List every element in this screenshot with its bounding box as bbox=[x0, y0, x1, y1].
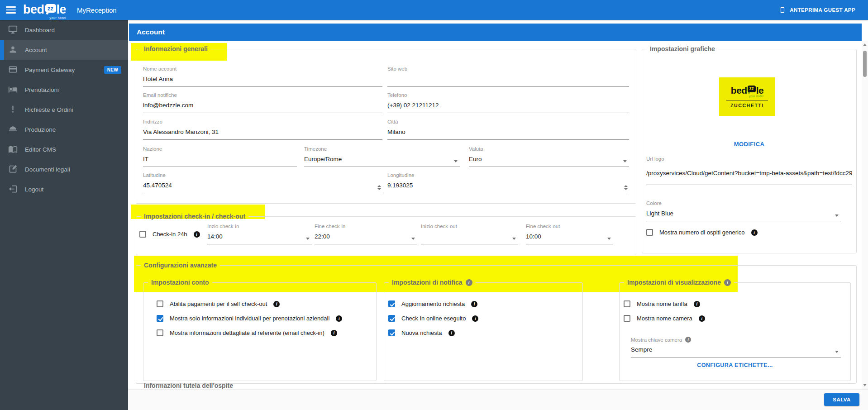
footer-bar bbox=[128, 389, 868, 410]
salva-button[interactable]: SALVA bbox=[824, 393, 859, 406]
logo-company: ZUCCHETTI bbox=[730, 103, 764, 108]
anteprima-guest-app-button[interactable]: ANTEPRIMA GUEST APP bbox=[779, 6, 855, 14]
url-logo-field[interactable]: Url logo /proxyservices/Cloud/getContent… bbox=[646, 156, 852, 185]
hotel-logo-preview: bed zz le your hotel ZUCCHETTI bbox=[719, 77, 775, 116]
telefono-field[interactable]: Telefono (+39) 02 21211212 bbox=[387, 92, 629, 113]
sidebar-item-prenotazioni[interactable]: Prenotazioni bbox=[0, 80, 128, 100]
chevron-down-icon bbox=[835, 215, 839, 217]
bedzzle-logo: bed zz le your hotel bbox=[23, 4, 66, 16]
mostra-nome-tariffa-checkbox[interactable]: Mostra nome tariffa i bbox=[624, 300, 700, 307]
exclamation-icon bbox=[8, 105, 18, 114]
logout-icon bbox=[8, 184, 18, 194]
timezone-select[interactable]: Timezone Europe/Rome bbox=[304, 146, 460, 167]
scroll-down-icon[interactable] bbox=[863, 384, 867, 386]
info-dettagliate-checkbox[interactable]: Mostra informazioni dettagliate al refer… bbox=[157, 329, 337, 336]
chevron-down-icon bbox=[512, 238, 516, 240]
brand-zz-bubble-icon: zz bbox=[748, 86, 756, 92]
fine-checkin-select[interactable]: Fine check-in 22:00 bbox=[315, 224, 417, 244]
chevron-down-icon bbox=[411, 238, 415, 240]
app-title: MyReception bbox=[77, 6, 117, 14]
nuova-richiesta-checkbox[interactable]: Nuova richiesta i bbox=[388, 329, 455, 336]
nazione-field[interactable]: Nazione IT bbox=[143, 146, 297, 167]
sidebar-item-account[interactable]: Account bbox=[0, 40, 128, 60]
section-impostazioni-grafiche: Impostazioni grafiche bbox=[642, 45, 857, 253]
credit-card-icon bbox=[8, 65, 18, 75]
scroll-up-icon[interactable] bbox=[863, 43, 867, 46]
sidebar-item-richieste-e-ordini[interactable]: Richieste e Ordini bbox=[0, 100, 128, 119]
section-legend: Impostazioni grafiche bbox=[647, 45, 718, 52]
inizio-checkout-select[interactable]: Inizio check-out bbox=[421, 224, 518, 244]
app-window: bed zz le your hotel MyReception ANTEPRI… bbox=[0, 0, 868, 410]
aggiornamento-richiesta-checkbox[interactable]: Aggiornamento richiesta i bbox=[388, 300, 477, 307]
sidebar-item-logout[interactable]: Logout bbox=[0, 179, 128, 199]
smartphone-icon bbox=[779, 6, 786, 14]
sito-web-field[interactable]: Sito web bbox=[387, 66, 629, 87]
info-icon[interactable]: i bbox=[724, 279, 731, 286]
email-notifiche-field[interactable]: Email notifiche info@bedzzle.com bbox=[143, 92, 382, 113]
page-title: Account bbox=[129, 24, 862, 41]
info-icon[interactable]: i bbox=[699, 315, 705, 322]
fine-checkout-select[interactable]: Fine check-out 10:00 bbox=[526, 224, 613, 244]
menu-icon[interactable] bbox=[6, 6, 16, 14]
latitudine-field[interactable]: Latitudine 45.470524 bbox=[143, 172, 382, 193]
checkin-24h-checkbox[interactable]: Check-in 24h i bbox=[139, 231, 200, 238]
indirizzo-field[interactable]: Indirizzo Via Alessandro Manzoni, 31 bbox=[143, 119, 382, 140]
mostra-chiave-camera-select[interactable]: Mostra chiave camera i Sempre bbox=[631, 337, 841, 358]
chevron-down-icon bbox=[835, 351, 839, 353]
ospiti-generico-checkbox[interactable]: Mostra numero di ospiti generico i bbox=[646, 229, 758, 236]
monitor-icon bbox=[8, 25, 18, 35]
section-legend: Informazioni generali bbox=[141, 45, 211, 52]
colore-select[interactable]: Colore Light Blue bbox=[646, 200, 841, 221]
sidebar-item-payment-gateway[interactable]: Payment Gateway NEW bbox=[0, 60, 128, 80]
vertical-scrollbar[interactable] bbox=[862, 41, 868, 389]
sidebar-item-dashboard[interactable]: Dashboard bbox=[0, 20, 128, 40]
chevron-down-icon bbox=[607, 238, 611, 240]
nome-account-field[interactable]: Nome account Hotel Anna bbox=[143, 66, 382, 87]
self-checkout-checkbox[interactable]: Abilita pagamenti per il self check-out … bbox=[157, 300, 280, 307]
inizio-checkin-select[interactable]: Inzio check-in 14:00 bbox=[207, 224, 312, 244]
person-icon bbox=[8, 45, 18, 55]
subsection-legend: Impostazioni conto bbox=[148, 279, 212, 286]
info-icon[interactable]: i bbox=[194, 231, 200, 238]
bedzzle-zucchetti-logo: bed zz le your hotel bbox=[731, 86, 763, 95]
subsection-legend: Impostazioni di notifica i bbox=[389, 279, 476, 286]
configura-etichette-link[interactable]: CONFIGURA ETICHETTE... bbox=[619, 362, 851, 368]
longitudine-field[interactable]: Longitudine 9.193025 bbox=[387, 172, 629, 193]
chevron-down-icon bbox=[306, 238, 310, 240]
logo-divider bbox=[726, 100, 768, 100]
new-badge: NEW bbox=[104, 66, 121, 74]
info-icon[interactable]: i bbox=[466, 279, 472, 286]
info-icon[interactable]: i bbox=[685, 337, 691, 343]
sidebar-item-editor-cms[interactable]: Editor CMS bbox=[0, 139, 128, 159]
checkin-online-checkbox[interactable]: Check In online eseguito i bbox=[388, 315, 478, 322]
chevron-down-icon bbox=[623, 160, 627, 162]
info-icon[interactable]: i bbox=[273, 301, 280, 307]
info-icon[interactable]: i bbox=[331, 330, 337, 336]
brand-zz-bubble-icon: zz bbox=[45, 4, 56, 13]
scrollbar-thumb[interactable] bbox=[863, 51, 867, 77]
info-icon[interactable]: i bbox=[472, 315, 478, 322]
bed-icon bbox=[8, 85, 18, 95]
info-icon[interactable]: i bbox=[471, 301, 477, 307]
sidebar-item-produzione[interactable]: Produzione bbox=[0, 119, 128, 139]
section-legend: Impostazioni check-in / check-out bbox=[141, 213, 248, 220]
valuta-select[interactable]: Valuta Euro bbox=[469, 146, 629, 167]
sidebar: Dashboard Account Payment Gateway NEW Pr… bbox=[0, 20, 128, 410]
section-legend: Informazioni tutela dell'ospite bbox=[141, 382, 236, 389]
section-legend: Configurazioni avanzate bbox=[141, 262, 220, 269]
citta-field[interactable]: Città Milano bbox=[387, 119, 629, 140]
info-icon[interactable]: i bbox=[694, 301, 700, 307]
book-icon bbox=[8, 144, 18, 154]
brand-tagline: your hotel bbox=[49, 16, 66, 19]
mostra-nome-camera-checkbox[interactable]: Mostra nome camera i bbox=[624, 315, 705, 322]
info-individuali-checkbox[interactable]: Mostra solo informazioni individuali per… bbox=[157, 315, 342, 322]
info-icon[interactable]: i bbox=[448, 330, 455, 336]
number-spinner[interactable] bbox=[624, 185, 628, 190]
modifica-link[interactable]: MODIFICA bbox=[642, 141, 857, 148]
info-icon[interactable]: i bbox=[751, 229, 758, 236]
cloche-icon bbox=[8, 124, 18, 134]
info-icon[interactable]: i bbox=[336, 315, 342, 322]
top-bar: bed zz le your hotel MyReception ANTEPRI… bbox=[0, 0, 868, 20]
sidebar-item-documenti-legali[interactable]: Documenti legali bbox=[0, 159, 128, 179]
number-spinner[interactable] bbox=[377, 185, 381, 190]
